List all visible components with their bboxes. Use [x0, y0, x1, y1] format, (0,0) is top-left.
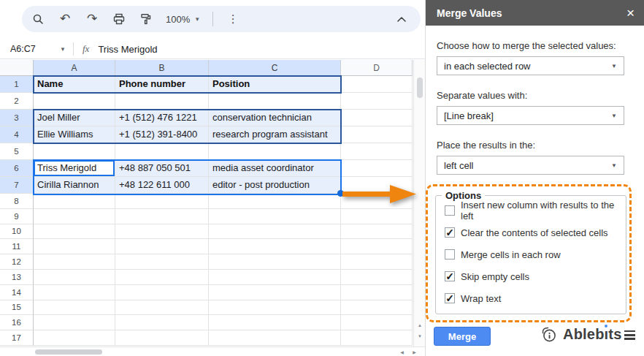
cell-B1[interactable]: Phone number — [115, 76, 209, 93]
search-icon[interactable] — [31, 11, 45, 27]
row-header-4[interactable]: 4 — [0, 126, 34, 143]
cell-A10[interactable] — [34, 224, 115, 240]
cell-A6[interactable]: Triss Merigold — [34, 160, 115, 177]
cell-C6[interactable]: media asset coordinator — [209, 160, 341, 177]
placement-dropdown[interactable]: left cell ▼ — [437, 156, 624, 175]
vertical-scrollbar-thumb[interactable] — [417, 77, 423, 98]
row-header-8[interactable]: 8 — [0, 194, 34, 209]
cell-A9[interactable] — [34, 209, 115, 224]
undo-icon[interactable]: ↶ — [58, 11, 72, 27]
cell-C15[interactable] — [209, 300, 341, 316]
scroll-right-icon[interactable]: ▶ — [409, 347, 420, 356]
column-header-C[interactable]: C — [209, 60, 341, 76]
cell-B8[interactable] — [115, 194, 209, 209]
cell-B11[interactable] — [115, 239, 209, 254]
separator-dropdown[interactable]: [Line break] ▼ — [437, 106, 624, 125]
cell-A13[interactable] — [34, 270, 115, 285]
collapse-toolbar-icon[interactable] — [394, 11, 409, 27]
cell-B17[interactable] — [115, 330, 209, 346]
close-icon[interactable]: × — [626, 6, 635, 20]
cell-C13[interactable] — [209, 270, 341, 285]
cell-C5[interactable] — [209, 143, 341, 160]
cell-A7[interactable]: Cirilla Riannon — [34, 177, 115, 194]
cell-C17[interactable] — [209, 330, 341, 346]
cell-D14[interactable] — [341, 285, 413, 300]
row-header-10[interactable]: 10 — [0, 224, 34, 240]
row-header-17[interactable]: 17 — [0, 330, 34, 346]
cell-A8[interactable] — [34, 194, 115, 209]
cell-C4[interactable]: research program assistant — [209, 126, 341, 143]
cell-A12[interactable] — [34, 254, 115, 270]
scroll-down-icon[interactable]: ▼ — [415, 331, 425, 341]
cell-C16[interactable] — [209, 315, 341, 330]
more-options-icon[interactable]: ⋮ — [226, 11, 240, 27]
row-header-1[interactable]: 1 — [0, 76, 34, 93]
row-header-16[interactable]: 16 — [0, 315, 34, 330]
cell-A16[interactable] — [34, 315, 115, 330]
cell-C11[interactable] — [209, 239, 341, 254]
cell-D8[interactable] — [341, 194, 413, 209]
cell-A17[interactable] — [34, 330, 115, 346]
cell-D11[interactable] — [341, 239, 413, 254]
column-header-A[interactable]: A — [34, 60, 115, 76]
formula-input[interactable]: Triss Merigold — [98, 44, 157, 55]
row-header-11[interactable]: 11 — [0, 239, 34, 254]
cell-D17[interactable] — [341, 330, 413, 346]
cell-B16[interactable] — [115, 315, 209, 330]
cell-D12[interactable] — [341, 254, 413, 270]
cell-B2[interactable] — [115, 93, 209, 110]
cell-B13[interactable] — [115, 270, 209, 285]
cell-B15[interactable] — [115, 300, 209, 316]
row-header-7[interactable]: 7 — [0, 177, 34, 194]
cell-A5[interactable] — [34, 143, 115, 160]
cell-C1[interactable]: Position — [209, 76, 341, 93]
row-header-12[interactable]: 12 — [0, 254, 34, 270]
cell-B14[interactable] — [115, 285, 209, 300]
checkbox-unchecked[interactable] — [445, 249, 455, 260]
cell-C14[interactable] — [209, 285, 341, 300]
row-header-9[interactable]: 9 — [0, 209, 34, 224]
cell-A1[interactable]: Name — [34, 76, 115, 93]
name-box[interactable]: A6:C7 ▼ — [0, 44, 73, 54]
vertical-scrollbar[interactable]: ▲ ▼ — [413, 60, 425, 346]
horizontal-scrollbar[interactable]: ◀ ▶ — [0, 346, 425, 356]
cell-D6[interactable] — [341, 160, 413, 177]
cell-B3[interactable]: +1 (512) 476 1221 — [115, 110, 209, 126]
row-header-6[interactable]: 6 — [0, 160, 34, 177]
cell-B4[interactable]: +1 (512) 391-8400 — [115, 126, 209, 143]
checkbox-unchecked[interactable] — [445, 205, 455, 216]
cell-D1[interactable] — [341, 76, 413, 93]
cell-D16[interactable] — [341, 315, 413, 330]
redo-icon[interactable]: ↷ — [85, 11, 99, 27]
column-header-D[interactable]: D — [341, 60, 413, 76]
cell-D5[interactable] — [341, 143, 413, 160]
cell-A4[interactable]: Ellie Williams — [34, 126, 115, 143]
cell-B7[interactable]: +48 122 611 000 — [115, 177, 209, 194]
cell-C7[interactable]: editor - post production — [209, 177, 341, 194]
cell-C9[interactable] — [209, 209, 341, 224]
checkbox-checked[interactable]: ✓ — [445, 293, 455, 303]
cell-A14[interactable] — [34, 285, 115, 300]
cell-D13[interactable] — [341, 270, 413, 285]
cell-C12[interactable] — [209, 254, 341, 270]
row-header-13[interactable]: 13 — [0, 270, 34, 285]
cell-C3[interactable]: conservation technician — [209, 110, 341, 126]
cell-D4[interactable] — [341, 126, 413, 143]
scroll-up-icon[interactable]: ▲ — [415, 320, 425, 330]
cell-A3[interactable]: Joel Miller — [34, 110, 115, 126]
row-header-14[interactable]: 14 — [0, 285, 34, 300]
cell-D15[interactable] — [341, 300, 413, 316]
scroll-left-icon[interactable]: ◀ — [396, 347, 407, 356]
cell-B12[interactable] — [115, 254, 209, 270]
cell-B5[interactable] — [115, 143, 209, 160]
cell-A11[interactable] — [34, 239, 115, 254]
horizontal-scrollbar-thumb[interactable] — [35, 349, 102, 355]
row-header-3[interactable]: 3 — [0, 110, 34, 126]
selection-fill-handle[interactable] — [337, 190, 344, 197]
cell-B6[interactable]: +48 887 050 501 — [115, 160, 209, 177]
cell-D10[interactable] — [341, 224, 413, 240]
select-all-corner[interactable] — [0, 60, 34, 76]
row-header-5[interactable]: 5 — [0, 143, 34, 160]
cell-B10[interactable] — [115, 224, 209, 240]
cell-C8[interactable] — [209, 194, 341, 209]
